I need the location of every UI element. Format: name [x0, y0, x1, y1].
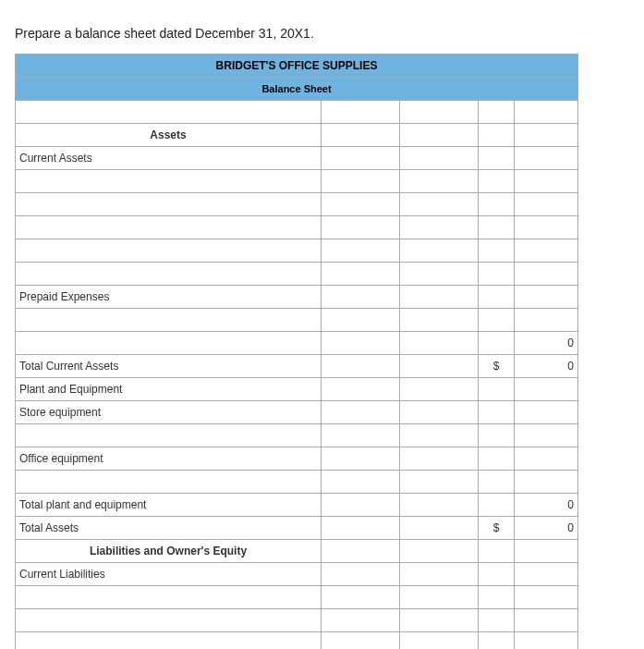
input-cell[interactable]: [400, 609, 479, 632]
input-cell[interactable]: [322, 471, 400, 494]
currency-cell: [479, 309, 515, 332]
input-cell[interactable]: [322, 124, 400, 147]
value-cell: [515, 586, 578, 609]
input-cell[interactable]: [400, 170, 479, 193]
currency-cell: [479, 216, 515, 239]
input-cell[interactable]: [322, 147, 400, 170]
currency-cell: [479, 239, 515, 263]
input-cell[interactable]: [400, 147, 479, 170]
input-cell[interactable]: [322, 216, 400, 239]
value-cell: [515, 309, 578, 332]
input-cell[interactable]: [400, 424, 479, 447]
input-cell[interactable]: [16, 471, 322, 494]
input-cell[interactable]: [16, 424, 322, 447]
value-cell: [515, 286, 578, 309]
input-cell[interactable]: [322, 494, 400, 517]
input-cell[interactable]: [322, 401, 400, 424]
input-cell[interactable]: [400, 586, 479, 609]
currency-cell: [479, 286, 515, 309]
input-cell[interactable]: [16, 239, 322, 263]
prepaid-total-value: 0: [515, 332, 578, 355]
input-cell[interactable]: [400, 355, 479, 378]
input-cell[interactable]: [400, 494, 479, 517]
currency-cell: [479, 401, 515, 424]
input-cell[interactable]: [322, 286, 400, 309]
currency-cell: [479, 101, 515, 124]
input-cell[interactable]: [322, 424, 400, 447]
total-plant-equipment-value: 0: [515, 494, 578, 517]
total-current-assets-value: 0: [515, 355, 578, 378]
input-cell[interactable]: [400, 309, 479, 332]
input-cell[interactable]: [322, 563, 400, 586]
input-cell[interactable]: [400, 101, 479, 124]
office-equipment-label: Office equipment: [16, 447, 322, 471]
input-cell[interactable]: [400, 632, 479, 650]
input-cell[interactable]: [322, 332, 400, 355]
plant-equipment-label: Plant and Equipment: [16, 378, 322, 401]
input-cell[interactable]: [16, 193, 322, 216]
value-cell: [515, 540, 578, 563]
input-cell[interactable]: [16, 101, 322, 124]
input-cell[interactable]: [322, 193, 400, 216]
input-cell[interactable]: [16, 216, 322, 239]
input-cell[interactable]: [400, 563, 479, 586]
liab-equity-header: Liabilities and Owner's Equity: [16, 540, 322, 563]
input-cell[interactable]: [16, 332, 322, 355]
currency-cell: [479, 609, 515, 632]
currency-cell: [479, 263, 515, 286]
currency-cell: [479, 332, 515, 355]
input-cell[interactable]: [16, 632, 322, 650]
currency-cell: $: [479, 355, 515, 378]
input-cell[interactable]: [16, 170, 322, 193]
input-cell[interactable]: [322, 378, 400, 401]
currency-cell: [479, 378, 515, 401]
input-cell[interactable]: [400, 447, 479, 471]
currency-cell: [479, 632, 515, 650]
input-cell[interactable]: [322, 609, 400, 632]
value-cell: [515, 471, 578, 494]
input-cell[interactable]: [322, 517, 400, 540]
input-cell[interactable]: [322, 540, 400, 563]
total-plant-equipment-label: Total plant and equipment: [16, 494, 322, 517]
input-cell[interactable]: [16, 309, 322, 332]
currency-cell: [479, 447, 515, 471]
input-cell[interactable]: [400, 216, 479, 239]
input-cell[interactable]: [322, 586, 400, 609]
input-cell[interactable]: [322, 632, 400, 650]
input-cell[interactable]: [400, 263, 479, 286]
currency-cell: [479, 540, 515, 563]
value-cell: [515, 378, 578, 401]
current-liabilities-label: Current Liabilities: [16, 563, 322, 586]
company-title: BRIDGET'S OFFICE SUPPLIES: [16, 55, 578, 78]
assets-header: Assets: [16, 124, 322, 147]
input-cell[interactable]: [322, 239, 400, 263]
input-cell[interactable]: [400, 286, 479, 309]
value-cell: [515, 263, 578, 286]
input-cell[interactable]: [400, 378, 479, 401]
input-cell[interactable]: [400, 517, 479, 540]
input-cell[interactable]: [322, 101, 400, 124]
currency-cell: [479, 494, 515, 517]
currency-cell: [479, 193, 515, 216]
input-cell[interactable]: [400, 124, 479, 147]
input-cell[interactable]: [322, 355, 400, 378]
input-cell[interactable]: [322, 170, 400, 193]
input-cell[interactable]: [400, 332, 479, 355]
input-cell[interactable]: [400, 471, 479, 494]
value-cell: [515, 563, 578, 586]
input-cell[interactable]: [322, 447, 400, 471]
input-cell[interactable]: [400, 193, 479, 216]
input-cell[interactable]: [322, 309, 400, 332]
input-cell[interactable]: [400, 540, 479, 563]
currency-cell: [479, 170, 515, 193]
input-cell[interactable]: [16, 586, 322, 609]
input-cell[interactable]: [400, 401, 479, 424]
input-cell[interactable]: [16, 263, 322, 286]
input-cell[interactable]: [16, 609, 322, 632]
input-cell[interactable]: [322, 263, 400, 286]
currency-cell: [479, 563, 515, 586]
total-assets-value: 0: [515, 517, 578, 540]
total-current-assets-label: Total Current Assets: [16, 355, 322, 378]
input-cell[interactable]: [400, 239, 479, 263]
value-cell: [515, 101, 578, 124]
